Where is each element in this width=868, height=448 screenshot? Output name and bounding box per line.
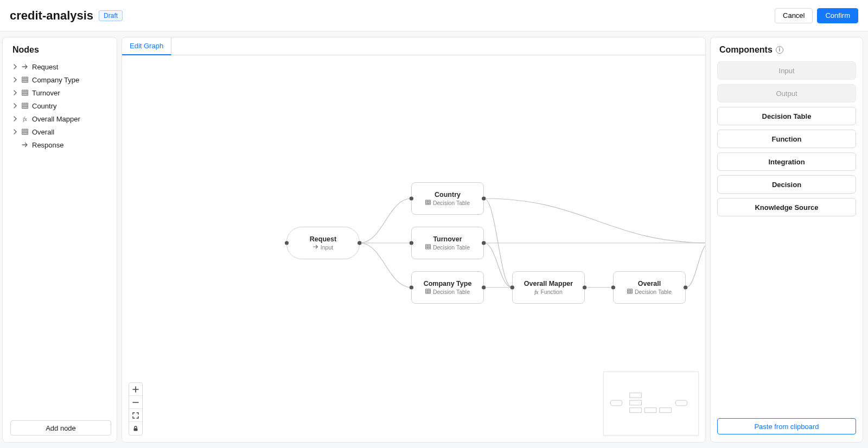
port-out[interactable]: [482, 286, 486, 290]
svg-rect-3: [22, 129, 28, 135]
graph-node-subtitle: Decision Table: [425, 244, 470, 251]
nodes-tree-item[interactable]: Request: [10, 60, 111, 73]
graph-node-title: Company Type: [424, 280, 472, 287]
zoom-out-button[interactable]: [129, 396, 142, 409]
component-item[interactable]: Decision Table: [717, 107, 856, 125]
port-out[interactable]: [482, 197, 486, 201]
zoom-fit-button[interactable]: [129, 409, 142, 422]
nodes-tree-item-label: Country: [32, 102, 57, 110]
components-title-text: Components: [719, 45, 773, 55]
nodes-tree-item-label: Request: [32, 63, 58, 71]
svg-rect-26: [426, 289, 431, 293]
zoom-lock-button[interactable]: [129, 422, 142, 435]
caret-right-icon: [12, 77, 18, 82]
port-out[interactable]: [358, 241, 361, 245]
nodes-tree-item[interactable]: Response: [10, 138, 111, 151]
page-title: credit-analysis: [10, 9, 93, 23]
nodes-tree-item[interactable]: Overall: [10, 125, 111, 138]
minimap[interactable]: [603, 372, 699, 436]
table-icon: [21, 102, 29, 110]
port-out[interactable]: [583, 286, 586, 290]
port-in[interactable]: [611, 286, 615, 290]
cancel-button[interactable]: Cancel: [775, 8, 813, 23]
tab-edit-graph[interactable]: Edit Graph: [122, 37, 171, 55]
graph-node[interactable]: OverallDecision Table: [613, 271, 686, 304]
caret-right-icon: [12, 64, 18, 69]
graph-node-title: Overall: [638, 280, 661, 287]
graph-node-subtitle: Decision Table: [425, 200, 470, 206]
component-item[interactable]: Decision: [717, 175, 856, 194]
port-in[interactable]: [285, 241, 289, 245]
arrow-icon: [21, 63, 29, 71]
components-list: InputOutputDecision TableFunctionIntegra…: [717, 61, 856, 216]
fx-icon: fx: [21, 115, 29, 123]
table-icon: [21, 76, 29, 84]
nodes-tree-item-label: Turnover: [32, 89, 60, 97]
port-in[interactable]: [410, 286, 413, 290]
svg-rect-29: [610, 400, 622, 406]
nodes-tree-item[interactable]: fxOverall Mapper: [10, 112, 111, 125]
status-badge: Draft: [99, 10, 123, 21]
svg-rect-25: [426, 245, 431, 249]
plus-icon: [132, 386, 139, 393]
confirm-button[interactable]: Confirm: [817, 8, 858, 23]
graph-node-subtitle: fxFunction: [534, 289, 563, 295]
component-item[interactable]: Knowledge Source: [717, 198, 856, 216]
paste-from-clipboard-button[interactable]: Paste from clipboard: [717, 418, 856, 434]
graph-panel: Edit Graph RequestInputCountryDecision T…: [122, 37, 706, 443]
svg-rect-33: [644, 408, 656, 413]
components-panel: Components i InputOutputDecision TableFu…: [710, 37, 863, 443]
graph-node-title: Request: [310, 235, 336, 243]
lock-icon: [132, 425, 139, 432]
graph-node[interactable]: TurnoverDecision Table: [411, 227, 484, 259]
svg-rect-27: [628, 289, 633, 293]
graph-node-title: Overall Mapper: [524, 280, 573, 287]
svg-rect-24: [426, 200, 431, 204]
svg-rect-2: [22, 103, 28, 108]
component-item[interactable]: Function: [717, 130, 856, 148]
nodes-panel-title: Nodes: [12, 45, 111, 55]
component-item: Output: [717, 84, 856, 103]
svg-rect-32: [630, 408, 642, 413]
expand-icon: [132, 412, 139, 419]
port-in[interactable]: [510, 286, 514, 290]
caret-right-icon: [12, 116, 18, 121]
graph-node[interactable]: Overall MapperfxFunction: [512, 271, 585, 304]
svg-rect-0: [22, 77, 28, 82]
graph-node[interactable]: CountryDecision Table: [411, 182, 484, 215]
graph-node-title: Country: [435, 191, 461, 199]
header-bar: credit-analysis Draft Cancel Confirm: [0, 0, 868, 31]
nodes-tree-item-label: Overall Mapper: [32, 115, 80, 123]
header-actions: Cancel Confirm: [775, 8, 858, 23]
nodes-tree-item-label: Response: [32, 141, 64, 149]
svg-rect-1: [22, 90, 28, 95]
table-icon: [21, 128, 29, 136]
caret-right-icon: [12, 103, 18, 108]
graph-node[interactable]: RequestInput: [286, 227, 360, 259]
nodes-tree-item[interactable]: Company Type: [10, 73, 111, 86]
component-item[interactable]: Integration: [717, 152, 856, 171]
component-item: Input: [717, 61, 856, 80]
graph-node[interactable]: Company TypeDecision Table: [411, 271, 484, 304]
graph-tabs: Edit Graph: [122, 37, 705, 55]
table-icon: [21, 89, 29, 97]
svg-rect-30: [630, 393, 642, 398]
zoom-in-button[interactable]: [129, 383, 142, 396]
port-in[interactable]: [410, 197, 413, 201]
info-icon[interactable]: i: [776, 46, 783, 54]
svg-rect-31: [630, 400, 642, 405]
svg-rect-35: [675, 400, 687, 406]
nodes-tree-item[interactable]: Country: [10, 99, 111, 112]
canvas-wrap: RequestInputCountryDecision TableTurnove…: [122, 55, 705, 442]
nodes-tree-item[interactable]: Turnover: [10, 86, 111, 99]
caret-right-icon: [12, 129, 18, 135]
svg-rect-34: [660, 408, 672, 413]
port-in[interactable]: [410, 241, 413, 245]
add-node-button[interactable]: Add node: [10, 420, 111, 436]
nodes-tree: RequestCompany TypeTurnoverCountryfxOver…: [10, 60, 111, 151]
port-out[interactable]: [684, 286, 687, 290]
graph-node-subtitle: Input: [313, 244, 333, 251]
nodes-tree-item-label: Company Type: [32, 76, 79, 84]
port-out[interactable]: [482, 241, 486, 245]
graph-node-subtitle: Decision Table: [627, 289, 672, 295]
